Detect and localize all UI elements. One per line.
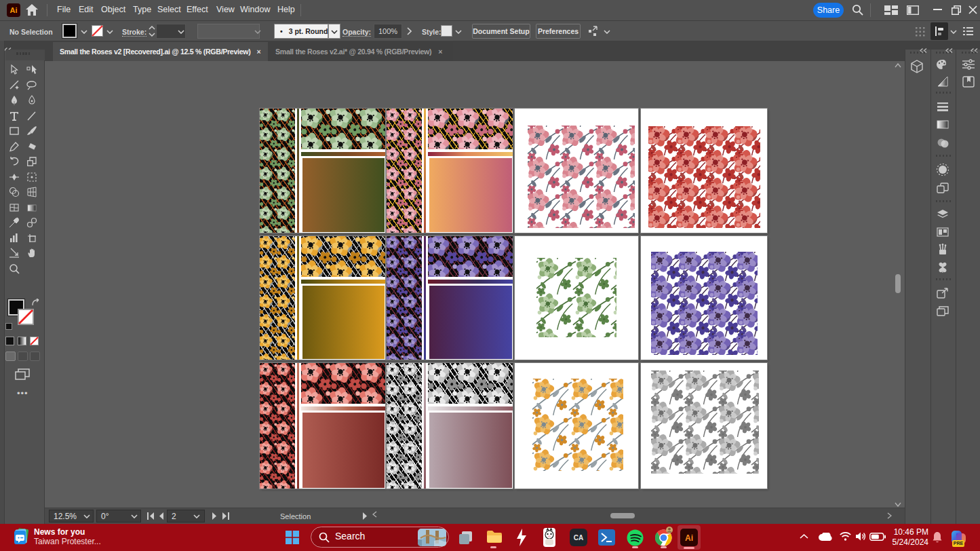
svg-text:CA: CA	[574, 534, 583, 542]
svg-text:Ai: Ai	[685, 533, 693, 543]
